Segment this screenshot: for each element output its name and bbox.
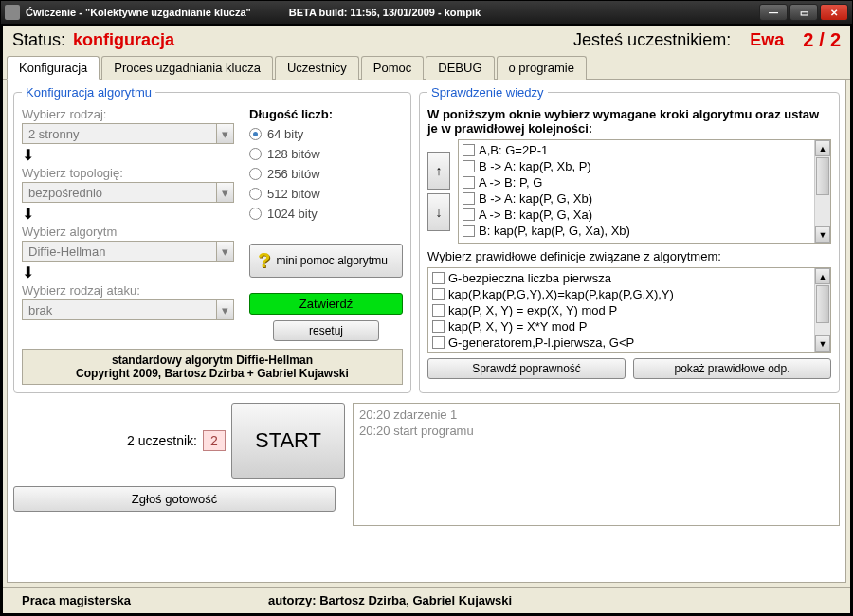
steps-listbox[interactable]: A,B: G=2P-1 B -> A: kap(P, Xb, P) A -> B… xyxy=(458,139,831,244)
checkbox-icon[interactable] xyxy=(463,208,475,221)
start-button[interactable]: START xyxy=(231,403,345,479)
status-value: konfiguracja xyxy=(73,30,174,50)
ready-button[interactable]: Zgłoś gotowość xyxy=(13,486,336,512)
list-item[interactable]: kap(P,kap(P,G,Y),X)=kap(P,kap(P,G,X),Y) xyxy=(432,286,810,302)
check-button[interactable]: Sprawdź poprawność xyxy=(427,358,626,379)
checkbox-icon[interactable] xyxy=(463,160,475,172)
footer-right: autorzy: Bartosz Dzirba, Gabriel Kujawsk… xyxy=(268,593,831,607)
radio-icon xyxy=(249,188,262,200)
tab-proces[interactable]: Proces uzgadniania klucza xyxy=(101,56,273,80)
reset-button[interactable]: resetuj xyxy=(273,320,379,341)
list-item[interactable]: A -> B: kap(P, G, Xa) xyxy=(463,207,810,223)
chevron-down-icon: ▾ xyxy=(216,124,233,143)
list-item[interactable]: B -> A: kap(P, G, Xb) xyxy=(463,190,810,207)
arrow-down-icon: ⬇ xyxy=(22,205,34,223)
participant-label: Jesteś uczestnikiem: xyxy=(573,30,731,50)
scroll-down-icon[interactable]: ▼ xyxy=(815,226,830,243)
checkbox-icon[interactable] xyxy=(432,336,445,349)
algorithm-label: Wybierz algorytm xyxy=(22,225,240,239)
participant-number: 2 xyxy=(803,29,813,51)
tab-debug[interactable]: DEBUG xyxy=(426,56,494,80)
checkbox-icon[interactable] xyxy=(432,320,445,333)
scroll-down-icon[interactable]: ▼ xyxy=(815,335,830,352)
scroll-thumb[interactable] xyxy=(816,157,829,195)
participant-count-box: 2 xyxy=(203,430,226,451)
scrollbar[interactable]: ▲ ▼ xyxy=(814,268,830,352)
status-bar: Status: konfiguracja Jesteś uczestnikiem… xyxy=(3,26,850,55)
arrow-down-icon: ⬇ xyxy=(22,263,34,281)
log-line: 20:20 zdarzenie 1 xyxy=(359,408,833,424)
tab-about[interactable]: o programie xyxy=(497,56,587,80)
scroll-up-icon[interactable]: ▲ xyxy=(815,140,830,156)
list-item[interactable]: A -> B: P, G xyxy=(463,174,810,190)
checkbox-icon[interactable] xyxy=(432,288,445,300)
checkbox-icon[interactable] xyxy=(463,176,475,189)
status-label: Status: xyxy=(12,30,65,50)
help-button[interactable]: ? mini pomoc algorytmu xyxy=(249,244,403,278)
list-item[interactable]: kap(P, X, Y) = exp(X, Y) mod P xyxy=(432,302,810,318)
topology-combo[interactable]: bezpośrednio ▾ xyxy=(22,182,234,203)
tab-uczestnicy[interactable]: Uczestnicy xyxy=(275,56,359,80)
minimize-button[interactable]: — xyxy=(759,4,788,21)
config-panel: Konfiguracja algorytmu Wybierz rodzaj: 2… xyxy=(13,85,411,393)
app-icon xyxy=(5,5,20,20)
checkbox-icon[interactable] xyxy=(432,304,445,317)
list-item[interactable]: kap(P, X, Y) = X*Y mod P xyxy=(432,318,810,335)
checkbox-icon[interactable] xyxy=(432,272,445,284)
length-option-64[interactable]: 64 bity xyxy=(249,127,403,141)
algorithm-combo[interactable]: Diffie-Hellman ▾ xyxy=(22,241,234,262)
copyright-box: standardowy algorytm Diffie-Hellman Copy… xyxy=(22,349,403,385)
move-up-button[interactable]: ↑ xyxy=(427,152,450,190)
move-down-button[interactable]: ↓ xyxy=(427,193,450,231)
radio-icon xyxy=(249,168,262,180)
maximize-button[interactable]: ▭ xyxy=(789,4,818,21)
length-option-256[interactable]: 256 bitów xyxy=(249,167,403,181)
chevron-down-icon: ▾ xyxy=(216,300,233,319)
length-option-128[interactable]: 128 bitów xyxy=(249,147,403,161)
list-item[interactable]: G-generatorem,P-l.pierwsza, G<P xyxy=(432,335,810,351)
knowledge-legend: Sprawdzenie wiedzy xyxy=(427,85,548,100)
list-item[interactable]: G-bezpieczna liczba pierwsza xyxy=(432,270,810,286)
definitions-label: Wybierz prawidłowe definicje związane z … xyxy=(427,249,831,263)
tab-konfiguracja[interactable]: Konfiguracja xyxy=(7,56,100,80)
length-option-512[interactable]: 512 bitów xyxy=(249,187,403,201)
participant-name: Ewa xyxy=(750,30,784,50)
config-legend: Konfiguracja algorytmu xyxy=(22,85,155,100)
footer: Praca magisterska autorzy: Bartosz Dzirb… xyxy=(3,587,850,613)
footer-left: Praca magisterska xyxy=(22,593,268,607)
log-box: 20:20 zdarzenie 1 20:20 start programu xyxy=(353,403,840,526)
length-title: Długość liczb: xyxy=(249,107,403,121)
build-info: BETA build: 11:56, 13/01/2009 - kompik xyxy=(289,7,759,18)
topology-label: Wybierz topologię: xyxy=(22,166,240,180)
chevron-down-icon: ▾ xyxy=(216,183,233,202)
window-title: Ćwiczenie - "Kolektywne uzgadnianie kluc… xyxy=(26,7,251,18)
scrollbar[interactable]: ▲ ▼ xyxy=(814,140,830,243)
knowledge-panel: Sprawdzenie wiedzy W poniższym oknie wyb… xyxy=(419,85,840,393)
checkbox-icon[interactable] xyxy=(463,144,475,156)
log-line: 20:20 start programu xyxy=(359,424,833,440)
confirm-button[interactable]: Zatwierdź xyxy=(249,293,403,315)
knowledge-intro: W poniższym oknie wybierz wymagane kroki… xyxy=(427,107,831,136)
checkbox-icon[interactable] xyxy=(463,225,475,237)
radio-icon xyxy=(249,148,262,160)
scroll-thumb[interactable] xyxy=(816,285,829,323)
radio-icon xyxy=(249,208,262,220)
type-combo[interactable]: 2 stronny ▾ xyxy=(22,123,234,144)
radio-icon xyxy=(249,128,262,140)
chevron-down-icon: ▾ xyxy=(216,242,233,261)
definitions-listbox[interactable]: G-bezpieczna liczba pierwsza kap(P,kap(P… xyxy=(427,267,831,353)
lower-participant-label: 2 uczestnik: xyxy=(127,433,197,448)
attack-combo[interactable]: brak ▾ xyxy=(22,299,234,320)
list-item[interactable]: A,B: G=2P-1 xyxy=(463,142,810,158)
checkbox-icon[interactable] xyxy=(463,192,475,205)
type-label: Wybierz rodzaj: xyxy=(22,107,240,121)
length-option-1024[interactable]: 1024 bity xyxy=(249,207,403,221)
titlebar: Ćwiczenie - "Kolektywne uzgadnianie kluc… xyxy=(1,1,852,24)
list-item[interactable]: B: kap(P, kap(P, G, Xa), Xb) xyxy=(463,223,810,239)
list-item[interactable]: B -> A: kap(P, Xb, P) xyxy=(463,158,810,174)
question-icon: ? xyxy=(258,248,270,273)
close-button[interactable]: ✕ xyxy=(820,4,848,21)
scroll-up-icon[interactable]: ▲ xyxy=(815,268,830,284)
show-answers-button[interactable]: pokaż prawidłowe odp. xyxy=(633,358,831,379)
tab-pomoc[interactable]: Pomoc xyxy=(361,56,424,80)
